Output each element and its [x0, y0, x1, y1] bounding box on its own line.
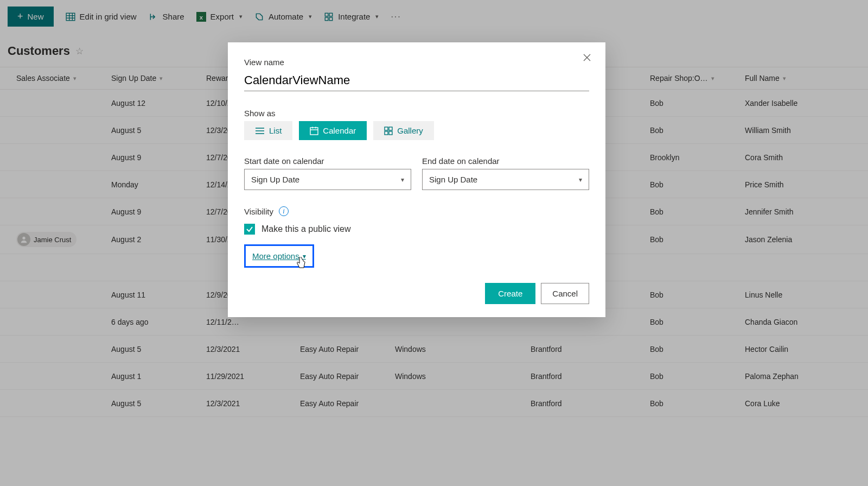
- show-as-label: Show as: [244, 109, 589, 118]
- public-view-label: Make this a public view: [261, 224, 351, 234]
- view-name-input[interactable]: [244, 70, 589, 91]
- chevron-down-icon: ▾: [401, 176, 404, 184]
- chevron-down-icon: ▾: [303, 253, 306, 260]
- view-name-label: View name: [244, 58, 589, 67]
- info-icon[interactable]: i: [279, 206, 289, 216]
- svg-rect-17: [310, 128, 318, 135]
- list-icon: [255, 127, 265, 135]
- svg-rect-24: [389, 131, 392, 135]
- calendar-icon: [310, 127, 318, 135]
- more-options-button[interactable]: More options ▾: [252, 251, 306, 261]
- svg-rect-23: [385, 131, 388, 135]
- show-as-list-button[interactable]: List: [244, 121, 292, 140]
- end-date-select[interactable]: Sign Up Date ▾: [422, 169, 589, 190]
- gallery-icon: [384, 127, 393, 135]
- start-date-select[interactable]: Sign Up Date ▾: [244, 169, 411, 190]
- show-as-gallery-button[interactable]: Gallery: [373, 121, 434, 140]
- public-view-checkbox[interactable]: [244, 224, 255, 235]
- more-options-highlight: More options ▾: [244, 244, 314, 268]
- create-button[interactable]: Create: [485, 283, 535, 304]
- start-date-label: Start date on calendar: [244, 156, 411, 166]
- visibility-label: Visibility: [244, 207, 273, 216]
- svg-rect-22: [389, 127, 392, 130]
- chevron-down-icon: ▾: [579, 176, 582, 184]
- show-as-calendar-button[interactable]: Calendar: [299, 121, 367, 140]
- create-view-dialog: View name Show as List Calendar Gallery …: [228, 42, 605, 317]
- close-button[interactable]: [578, 50, 596, 67]
- end-date-label: End date on calendar: [422, 156, 589, 166]
- svg-rect-21: [385, 127, 388, 130]
- cancel-button[interactable]: Cancel: [541, 283, 589, 304]
